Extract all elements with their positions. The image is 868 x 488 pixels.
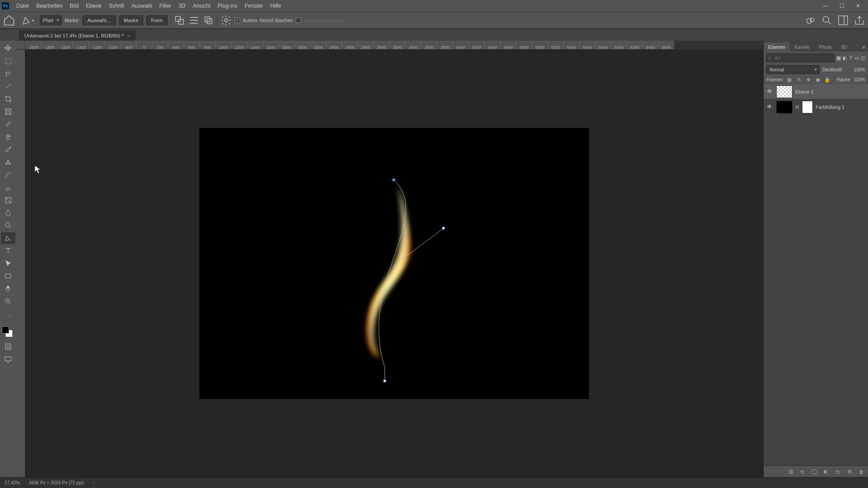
layer-name[interactable]: Ebene 1 bbox=[795, 89, 814, 94]
search-icon[interactable] bbox=[821, 14, 833, 26]
type-tool[interactable] bbox=[1, 245, 15, 257]
menu-filter[interactable]: Filter bbox=[156, 3, 175, 9]
menu-help[interactable]: Hilfe bbox=[267, 3, 285, 9]
workspace-switcher-icon[interactable] bbox=[837, 14, 849, 26]
color-swatches[interactable] bbox=[2, 326, 13, 337]
eyedropper-tool[interactable] bbox=[1, 118, 15, 130]
cloud-docs-icon[interactable] bbox=[805, 14, 816, 26]
layer-row[interactable]: 👁 Ebene 1 bbox=[764, 84, 868, 99]
marquee-tool[interactable] bbox=[1, 55, 15, 67]
frame-tool[interactable] bbox=[1, 106, 15, 117]
menu-select[interactable]: Auswahl bbox=[128, 3, 156, 9]
link-layers-button[interactable]: ⛓ bbox=[787, 468, 795, 476]
history-brush-tool[interactable] bbox=[1, 169, 15, 181]
magic-wand-tool[interactable] bbox=[1, 80, 15, 92]
screen-mode-button[interactable] bbox=[1, 353, 15, 365]
ruler-horizontal[interactable]: -2600-1800-1600-1400-1200-1000-800020040… bbox=[25, 41, 674, 50]
layer-search-input[interactable] bbox=[766, 53, 835, 62]
lasso-tool[interactable] bbox=[1, 68, 15, 80]
menu-window[interactable]: Fenster bbox=[241, 3, 267, 9]
home-button[interactable] bbox=[3, 14, 15, 27]
clone-stamp-tool[interactable] bbox=[1, 156, 15, 168]
document-canvas[interactable] bbox=[199, 128, 589, 399]
menu-view[interactable]: Ansicht bbox=[189, 3, 214, 9]
mask-thumbnail[interactable] bbox=[802, 101, 813, 113]
lock-transparency-icon[interactable]: ▦ bbox=[786, 76, 793, 83]
tab-channels[interactable]: Kanäle bbox=[790, 42, 814, 52]
layer-thumbnail[interactable] bbox=[776, 85, 793, 98]
opacity-value[interactable]: 100% bbox=[845, 67, 865, 72]
status-arrow-icon[interactable]: › bbox=[93, 480, 94, 485]
window-maximize-button[interactable]: ☐ bbox=[834, 1, 850, 10]
quick-mask-button[interactable] bbox=[1, 341, 15, 352]
eraser-tool[interactable] bbox=[1, 182, 15, 193]
delete-layer-button[interactable]: 🗑 bbox=[857, 468, 865, 476]
zoom-level[interactable]: 17,42% bbox=[5, 480, 20, 485]
filter-smart-icon[interactable]: ◫ bbox=[861, 54, 865, 62]
layer-fx-button[interactable]: fx bbox=[798, 468, 807, 476]
pen-tool[interactable] bbox=[1, 232, 15, 244]
gradient-tool[interactable] bbox=[1, 194, 15, 206]
filter-type-icon[interactable]: T bbox=[849, 54, 853, 62]
move-tool[interactable] bbox=[1, 42, 15, 54]
panel-menu-button[interactable]: ≡ bbox=[860, 42, 868, 52]
menu-image[interactable]: Bild bbox=[66, 3, 82, 9]
auto-add-delete-checkbox[interactable] bbox=[235, 18, 240, 23]
path-mode-dropdown[interactable]: Pfad bbox=[40, 15, 62, 25]
brush-tool[interactable] bbox=[1, 144, 15, 155]
path-alignment-button[interactable] bbox=[188, 14, 200, 26]
blur-tool[interactable] bbox=[1, 207, 15, 219]
make-mask-button[interactable]: Maske bbox=[119, 15, 143, 25]
path-handle-point[interactable] bbox=[442, 227, 445, 230]
make-shape-button[interactable]: Form bbox=[146, 15, 168, 25]
gear-icon[interactable] bbox=[220, 14, 232, 26]
filter-adjustments-icon[interactable]: ◐ bbox=[843, 54, 847, 62]
path-arrangement-button[interactable] bbox=[203, 14, 214, 26]
new-layer-button[interactable]: ⊞ bbox=[845, 468, 854, 476]
filter-shapes-icon[interactable]: ▭ bbox=[854, 54, 859, 62]
foreground-color[interactable] bbox=[2, 326, 9, 333]
layer-name[interactable]: Farbfüllung 1 bbox=[816, 104, 844, 110]
tab-3d[interactable]: 3D bbox=[836, 42, 852, 52]
filter-pixels-icon[interactable]: ▦ bbox=[836, 54, 841, 62]
lock-pixels-icon[interactable]: ✎ bbox=[795, 76, 802, 83]
share-button[interactable] bbox=[854, 14, 865, 26]
blend-mode-dropdown[interactable]: Normal bbox=[766, 65, 820, 74]
path-anchor-point[interactable] bbox=[392, 178, 395, 181]
lock-all-icon[interactable]: 🔒 bbox=[824, 76, 831, 83]
lock-artboard-icon[interactable]: ▣ bbox=[814, 76, 821, 83]
menu-edit[interactable]: Bearbeiten bbox=[33, 3, 66, 9]
path-selection-tool[interactable] bbox=[1, 258, 15, 269]
window-minimize-button[interactable]: — bbox=[817, 1, 834, 10]
tab-paths[interactable]: Pfade bbox=[814, 42, 836, 52]
align-edges-checkbox[interactable] bbox=[296, 18, 301, 23]
healing-brush-tool[interactable] bbox=[1, 131, 15, 143]
tab-layers[interactable]: Ebenen bbox=[764, 42, 790, 52]
active-tool-icon[interactable]: ▾ bbox=[21, 14, 34, 27]
menu-file[interactable]: Datei bbox=[13, 3, 33, 9]
path-operations-button[interactable] bbox=[174, 14, 185, 26]
add-mask-button[interactable]: ◯ bbox=[810, 468, 818, 476]
new-adjustment-button[interactable]: ◐ bbox=[822, 468, 830, 476]
document-tab-close-button[interactable]: × bbox=[127, 33, 130, 38]
make-selection-button[interactable]: Auswahl… bbox=[82, 15, 116, 25]
document-tab[interactable]: Unbenannt-1 bei 17,4% (Ebene 1, RGB/8#) … bbox=[19, 30, 136, 41]
layer-thumbnail[interactable] bbox=[776, 101, 793, 113]
menu-3d[interactable]: 3D bbox=[175, 3, 189, 9]
menu-layer[interactable]: Ebene bbox=[82, 3, 105, 9]
dodge-tool[interactable] bbox=[1, 220, 15, 231]
document-dimensions[interactable]: 4936 Px × 3319 Px (72 ppi) bbox=[29, 480, 84, 485]
path-anchor-point[interactable] bbox=[383, 380, 386, 382]
window-close-button[interactable]: ✕ bbox=[850, 1, 866, 10]
visibility-toggle[interactable]: 👁 bbox=[765, 103, 774, 110]
lock-position-icon[interactable]: ✥ bbox=[805, 76, 812, 83]
visibility-toggle[interactable]: 👁 bbox=[765, 88, 774, 95]
canvas-area[interactable] bbox=[25, 50, 763, 477]
menu-plugins[interactable]: Plug-ins bbox=[214, 3, 241, 9]
fill-value[interactable]: 100% bbox=[854, 77, 865, 82]
rectangle-tool[interactable] bbox=[1, 270, 15, 282]
ruler-vertical[interactable] bbox=[16, 50, 25, 477]
new-group-button[interactable]: 🗀 bbox=[834, 468, 842, 476]
ruler-origin[interactable] bbox=[16, 41, 25, 50]
crop-tool[interactable] bbox=[1, 93, 15, 105]
